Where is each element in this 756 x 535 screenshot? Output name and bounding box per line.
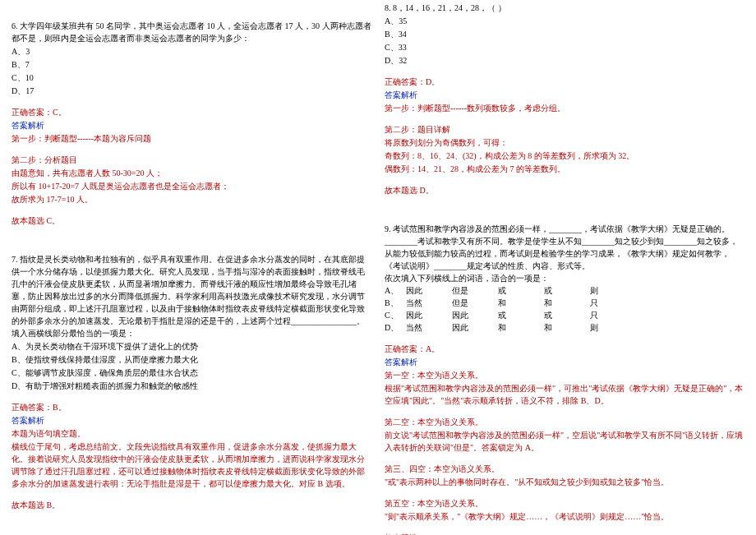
- q6-correct: 正确答案：C。: [12, 106, 371, 118]
- q7-exp-header: 答案解析: [12, 414, 371, 427]
- q7-stem2: 填入画横线部分最恰当的一项是：: [12, 327, 371, 339]
- q7-opt-c: C、能够调节皮肤湿度，确保角质层的最佳水合状态: [12, 367, 371, 379]
- q7-opt-a: A、为灵长类动物在干湿环境下提供了进化上的优势: [12, 340, 371, 353]
- q6-step2h: 第二步：分析题目: [12, 154, 371, 166]
- question-6: 6. 大学四年级某班共有 50 名同学，其中奥运会志愿者 10 人，全运会志愿者…: [12, 20, 371, 227]
- q9-opt-c: C、因此因此或或只: [385, 309, 744, 321]
- q9-sec2h: 第二空：本空为语义关系。: [385, 416, 744, 428]
- q8-opt-d: D、32: [385, 54, 744, 67]
- q9-stem2: 依次填入下列横线上的词语，适合的一项是：: [385, 272, 744, 284]
- question-8: 8. 8，14，16，21，24，28，（ ） A、35 B、34 C、33 D…: [385, 2, 744, 196]
- q8-correct: 正确答案：D。: [385, 76, 744, 88]
- q6-stem: 6. 大学四年级某班共有 50 名同学，其中奥运会志愿者 10 人，全运会志愿者…: [12, 20, 371, 44]
- q9-sec3: "或"表示两种以上的事物同时存在。"从不知或知之较少到知或知之较多"恰当。: [385, 476, 744, 488]
- q6-step2c: 故所求为 17-7=10 人。: [12, 193, 371, 205]
- q6-exp-header: 答案解析: [12, 119, 371, 131]
- q8-opt-b: B、34: [385, 28, 744, 40]
- q7-opt-b: B、使指纹脊线保持最佳湿度，从而使摩擦力最大化: [12, 353, 371, 366]
- q8-stem: 8. 8，14，16，21，24，28，（ ）: [385, 2, 744, 14]
- q8-step2c: 偶数列：14、21、28，构成公差为 7 的等差数列。: [385, 163, 744, 175]
- q9-sec2: 前文说"考试范围和教学内容涉及的范围必须一样"，空后说"考试和教学又有所不同"语…: [385, 429, 744, 454]
- q6-final: 故本题选 C。: [12, 214, 371, 227]
- q9-final: 故本题选 A。: [385, 532, 744, 535]
- q9-sec4: "则"表示顺承关系，"《教学大纲》规定……，《考试说明》则规定……"恰当。: [385, 510, 744, 523]
- q9-sec1: 根据"考试范围和教学内容涉及的范围必须一样"，可推出"考试依据《教学大纲》无疑是…: [385, 382, 744, 407]
- question-7: 7. 指纹是灵长类动物和考拉独有的，似乎具有双重作用。在促进多余水分蒸发的同时，…: [12, 253, 371, 511]
- q9-opt-b: B、当然但是和和只: [385, 297, 744, 309]
- q6-opt-b: B、7: [12, 58, 371, 71]
- q8-step2h: 第二步：题目详解: [385, 123, 744, 136]
- q6-opt-a: A、3: [12, 45, 371, 58]
- q8-opt-a: A、35: [385, 15, 744, 27]
- q7-opt-d: D、有助于增强对粗糙表面的抓握力和触觉的敏感性: [12, 380, 371, 392]
- q6-step2b: 所以有 10+17-20=7 人既是奥运会志愿者也是全运会志愿者；: [12, 180, 371, 192]
- q9-stem: 9. 考试范围和教学内容涉及的范围必须一样，________，考试依据《教学大纲…: [385, 223, 744, 272]
- q7-correct: 正确答案：B。: [12, 401, 371, 413]
- q6-step2a: 由题意知，共有志愿者人数 50-30=20 人；: [12, 167, 371, 179]
- q9-opt-a: A、因此但是或或则: [385, 284, 744, 297]
- q9-correct: 正确答案：A。: [385, 343, 744, 355]
- q8-final: 故本题选 D。: [385, 184, 744, 196]
- question-9: 9. 考试范围和教学内容涉及的范围必须一样，________，考试依据《教学大纲…: [385, 223, 744, 535]
- q9-sec4h: 第五空：本空为语义关系。: [385, 497, 744, 510]
- q9-opt-d: D、当然因此和和则: [385, 321, 744, 334]
- q7-final: 故本题选 B。: [12, 499, 371, 511]
- q8-step2a: 将原数列划分为奇偶数列，可得：: [385, 136, 744, 149]
- q9-sec3h: 第三、四空：本空为语义关系。: [385, 463, 744, 475]
- q7-stem: 7. 指纹是灵长类动物和考拉独有的，似乎具有双重作用。在促进多余水分蒸发的同时，…: [12, 253, 371, 327]
- q9-sec1h: 第一空：本空为语义关系。: [385, 369, 744, 381]
- q9-exp-header: 答案解析: [385, 356, 744, 368]
- q6-opt-c: C、10: [12, 71, 371, 84]
- q6-opt-d: D、17: [12, 85, 371, 97]
- q7-tag: 本题为语句填空题。: [12, 427, 371, 440]
- q6-step1: 第一步：判断题型------本题为容斥问题: [12, 132, 371, 145]
- q8-opt-c: C、33: [385, 41, 744, 53]
- q8-step2b: 奇数列：8、16、24、(32)，构成公差为 8 的等差数列，所求项为 32。: [385, 150, 744, 162]
- q8-step1: 第一步：判断题型------数列项数较多，考虑分组。: [385, 102, 744, 114]
- q7-exp1: 横线位于尾句，考虑总结前文。文段先说指纹具有双重作用，促进多余水分蒸发，使抓握力…: [12, 440, 371, 490]
- q8-exp-header: 答案解析: [385, 89, 744, 101]
